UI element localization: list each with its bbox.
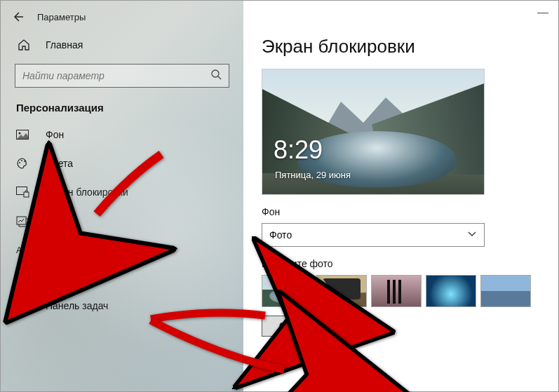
search-box[interactable] <box>15 64 229 88</box>
svg-rect-16 <box>17 308 29 311</box>
photo-thumbnail[interactable] <box>480 275 531 307</box>
svg-rect-13 <box>16 278 21 283</box>
sidebar-item-start[interactable]: Пуск <box>1 264 243 292</box>
svg-point-2 <box>19 133 21 135</box>
sidebar-item-background[interactable]: Фон <box>1 121 243 149</box>
taskbar-icon <box>16 301 30 311</box>
preview-date: Пятница, 29 июня <box>275 170 351 180</box>
search-input[interactable] <box>22 70 210 81</box>
sidebar-item-label: Темы <box>46 215 70 227</box>
photo-thumbnail[interactable] <box>316 275 367 307</box>
sidebar: Параметры Главная Персонализация Фон <box>1 1 243 391</box>
sidebar-item-label: Экран блокировки <box>46 187 128 198</box>
svg-rect-12 <box>22 272 27 277</box>
themes-icon <box>16 215 30 227</box>
lock-screen-preview: 8:29 Пятница, 29 июня <box>262 69 485 195</box>
picture-icon <box>16 130 30 140</box>
svg-point-5 <box>24 161 25 162</box>
home-label: Главная <box>46 39 83 50</box>
sidebar-item-colors[interactable]: Цвета <box>1 149 243 178</box>
page-title: Экран блокировки <box>262 36 537 58</box>
photo-thumbnails <box>262 275 537 307</box>
svg-rect-11 <box>16 272 21 277</box>
home-icon <box>18 39 30 51</box>
choose-photo-label: Выберите фото <box>262 258 537 269</box>
lock-screen-icon <box>16 187 30 198</box>
svg-text:A: A <box>22 248 27 255</box>
arrow-left-icon <box>12 11 23 22</box>
sidebar-item-label: Пуск <box>46 272 67 283</box>
svg-rect-14 <box>22 278 27 283</box>
sidebar-item-label: Фон <box>46 129 64 140</box>
background-select[interactable]: Фото <box>262 223 485 247</box>
select-value: Фото <box>269 229 292 241</box>
svg-point-3 <box>19 162 20 163</box>
settings-window: Параметры Главная Персонализация Фон <box>1 1 558 391</box>
browse-label: Обзор <box>279 320 307 332</box>
photo-thumbnail[interactable] <box>426 275 476 307</box>
background-label: Фон <box>262 206 537 217</box>
preview-time: 8:29 <box>274 135 323 165</box>
sidebar-item-label: Цвета <box>46 158 73 169</box>
window-title: Параметры <box>37 12 86 22</box>
svg-rect-7 <box>24 192 29 197</box>
browse-button[interactable]: Обзор <box>262 316 325 337</box>
titlebar: Параметры <box>1 1 243 29</box>
section-header: Персонализация <box>1 97 243 121</box>
back-button[interactable] <box>11 10 25 24</box>
sidebar-item-fonts[interactable]: AA Шрифты <box>1 236 243 264</box>
photo-thumbnail[interactable] <box>262 275 312 307</box>
svg-rect-8 <box>17 217 26 224</box>
sidebar-item-themes[interactable]: Темы <box>1 206 243 236</box>
search-icon <box>210 69 222 83</box>
palette-icon <box>16 157 30 170</box>
photo-thumbnail[interactable] <box>371 275 422 307</box>
sidebar-item-label: Панель задач <box>46 300 108 311</box>
chevron-down-icon <box>467 229 477 241</box>
sidebar-item-home[interactable]: Главная <box>1 29 243 58</box>
svg-text:A: A <box>16 245 22 255</box>
svg-point-4 <box>21 160 22 161</box>
minimize-button[interactable]: — <box>537 6 548 19</box>
fonts-icon: AA <box>16 244 30 255</box>
svg-point-0 <box>212 70 219 77</box>
sidebar-item-label: Шрифты <box>46 244 85 255</box>
sidebar-item-taskbar[interactable]: Панель задач <box>1 292 243 320</box>
sidebar-item-lock-screen[interactable]: Экран блокировки <box>1 178 243 206</box>
main-content: — Экран блокировки 8:29 Пятница, 29 июня… <box>243 1 558 391</box>
start-icon <box>16 272 30 283</box>
